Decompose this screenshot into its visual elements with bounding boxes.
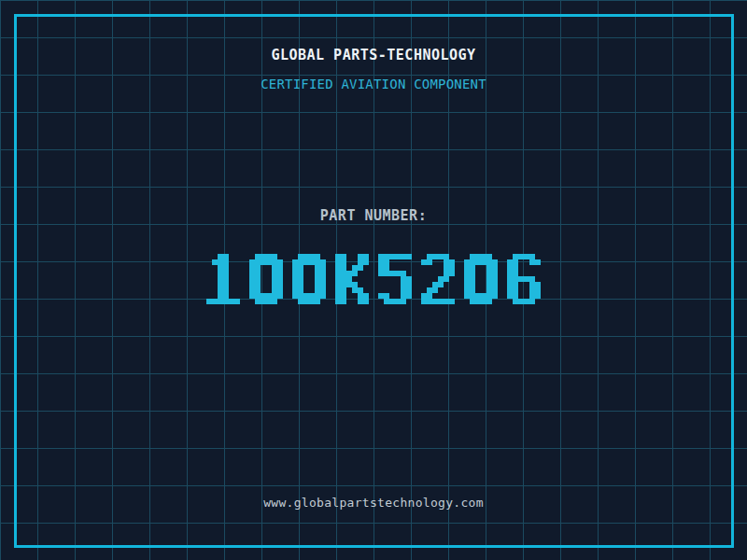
blueprint-label: GLOBAL PARTS-TECHNOLOGY CERTIFIED AVIATI… <box>0 0 747 560</box>
website-link[interactable]: www.globalpartstechnology.com <box>0 496 747 510</box>
part-number-label: PART NUMBER: <box>0 207 747 224</box>
certification-tagline: CERTIFIED AVIATION COMPONENT <box>0 77 747 91</box>
company-name: GLOBAL PARTS-TECHNOLOGY <box>0 47 747 63</box>
part-number-display <box>206 254 541 304</box>
